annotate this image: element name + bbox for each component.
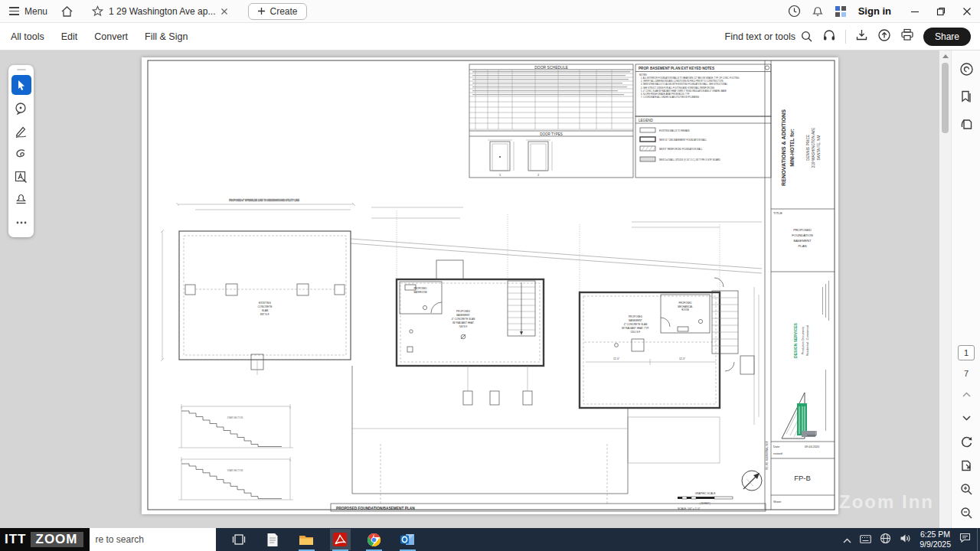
svg-text:EXISTING: EXISTING [259,302,271,305]
close-icon [962,7,972,16]
svg-text:CONCRETE: CONCRETE [257,305,273,308]
minimize-button[interactable] [902,0,928,22]
clock-date: 9/9/2025 [920,540,951,549]
taskbar-search-input[interactable]: re to search [90,528,216,551]
zoom-in-icon [960,483,973,496]
svg-text:PROPOSED: PROPOSED [678,302,692,305]
convert-tab[interactable]: Convert [94,31,128,42]
scrollbar-thumb[interactable] [942,63,949,133]
next-page-button[interactable] [959,410,974,425]
show-desktop-button[interactable] [977,528,980,551]
svg-text:219 WASHINGTON AVE: 219 WASHINGTON AVE [812,128,815,168]
overlay-itt-label: ITT [5,532,27,547]
svg-text:PROPOSED: PROPOSED [413,287,427,290]
vertical-scrollbar[interactable] [939,51,951,528]
apps-button[interactable] [829,3,852,20]
svg-text:Sheet:: Sheet: [773,500,782,504]
assistant-icon [959,62,974,77]
svg-text:revised:: revised: [773,452,783,455]
svg-text:5. 4" CONC. SLAB W/ RADIANT H: 5. 4" CONC. SLAB W/ RADIANT HEAT OVER 2"… [641,90,727,93]
home-button[interactable] [55,3,78,20]
task-view-icon [232,533,246,546]
action-center-button[interactable] [959,533,971,546]
recording-watermark: Zoom Inn [839,491,934,513]
edit-text-tool-button[interactable] [11,167,31,187]
svg-text:DOOR SCHEDULE: DOOR SCHEDULE [534,65,568,70]
acrobat-taskbar-button[interactable] [330,529,351,550]
highlighter-icon [15,148,28,160]
rotate-page-button[interactable] [959,434,974,449]
previous-page-button[interactable] [959,386,974,402]
tab-close-icon[interactable] [220,8,228,15]
select-tool-button[interactable] [11,75,31,95]
svg-text:STAIR SECTION: STAIR SECTION [227,469,243,472]
print-button[interactable] [900,28,914,44]
cursor-icon [16,80,27,91]
legend-block: LEGEND EXISTING WALLS TO REMAIN NEW 10" … [635,116,771,178]
taskbar-clock[interactable]: 6:25 PM 9/9/2025 [920,530,951,549]
highlight-tool-button[interactable] [11,144,31,164]
svg-text:3. NEW STEM WALLS TO ALIGN WI: 3. NEW STEM WALLS TO ALIGN WITH EXISTING… [641,83,728,86]
ai-assistant-button[interactable] [959,61,974,77]
outlook-taskbar-button[interactable] [397,529,418,550]
read-aloud-button[interactable] [822,28,836,44]
title-block: RENOVATIONS & ADDITIONS MINI-HOTEL for: … [766,109,835,504]
svg-text:4. SEE STRUCT. DWGS FOR ALL F: 4. SEE STRUCT. DWGS FOR ALL FOOTING AND … [641,86,714,90]
svg-text:RE-RE-SUBMITTAL SET: RE-RE-SUBMITTAL SET [766,441,769,470]
more-tools-button[interactable] [11,213,31,233]
page-thumbnails-button[interactable] [959,116,974,132]
share-button[interactable]: Share [923,28,971,46]
svg-text:PROPOSED FOUNDATION/BASEMENT P: PROPOSED FOUNDATION/BASEMENT PLAN [336,507,415,510]
sign-in-button[interactable]: Sign in [858,5,891,17]
close-button[interactable] [954,0,980,22]
rail-grip[interactable] [17,69,26,70]
notifications-button[interactable] [806,3,829,20]
pdf-page[interactable]: DOOR SCHEDULE [142,57,838,514]
stamp-tool-button[interactable] [11,190,31,210]
current-page-input[interactable]: 1 [958,345,975,360]
export-page-button[interactable] [959,458,974,473]
task-view-button[interactable] [229,529,250,550]
tray-expand-button[interactable] [843,533,851,546]
svg-text:BATHROOM: BATHROOM [413,291,427,294]
volume-button[interactable] [900,533,911,546]
fill-sign-tab[interactable]: Fill & Sign [145,31,188,42]
existing-slab-building: EXISTING CONCRETE SLAB 887 S.F. [179,231,351,375]
save-button[interactable] [855,28,868,44]
outlook-icon [400,533,415,546]
svg-text:Date:: Date: [773,445,780,448]
history-button[interactable] [783,3,806,20]
upload-button[interactable] [877,28,891,45]
chrome-taskbar-button[interactable] [364,529,384,550]
all-tools-tab[interactable]: All tools [11,31,44,42]
comment-tool-button[interactable] [11,98,31,118]
middle-basement-building: PROPOSED BATHROOM PROPOSED BASEMENT 4" C… [397,260,544,366]
windows-taskbar: ITT ZOOM re to search [0,528,980,551]
find-tools-button[interactable]: Find text or tools [725,31,813,43]
file-explorer-taskbar-button[interactable] [296,529,317,550]
bell-icon [812,5,824,18]
clock-time: 6:25 PM [920,530,951,540]
scroll-up-arrow[interactable] [939,52,951,60]
svg-text:12'-0": 12'-0" [679,357,685,360]
svg-text:NEW 10" CMU BASEMENT FOUNDATIO: NEW 10" CMU BASEMENT FOUNDATION WALL [659,139,707,142]
document-area: DOOR SCHEDULE [0,51,980,528]
document-tab[interactable]: 1 29 Washington Ave ap... [84,0,236,22]
edit-tab[interactable]: Edit [61,31,78,42]
bookmarks-button[interactable] [959,89,974,104]
zoom-out-button[interactable] [959,505,974,520]
menu-button[interactable]: Menu [0,0,55,22]
sheet-frame [148,60,835,510]
network-button[interactable] [880,533,891,547]
minimize-icon [910,7,920,16]
tab-title: 1 29 Washington Ave ap... [109,6,215,17]
firm-logo [782,393,816,439]
sign-tool-button[interactable] [11,121,31,141]
restore-button[interactable] [928,0,954,22]
courtyard-foundation [352,366,720,504]
plus-icon [257,7,266,15]
notepad-taskbar-button[interactable] [263,529,283,550]
zoom-in-button[interactable] [959,481,974,497]
create-button[interactable]: Create [248,3,306,20]
touch-keyboard-button[interactable] [860,533,871,546]
